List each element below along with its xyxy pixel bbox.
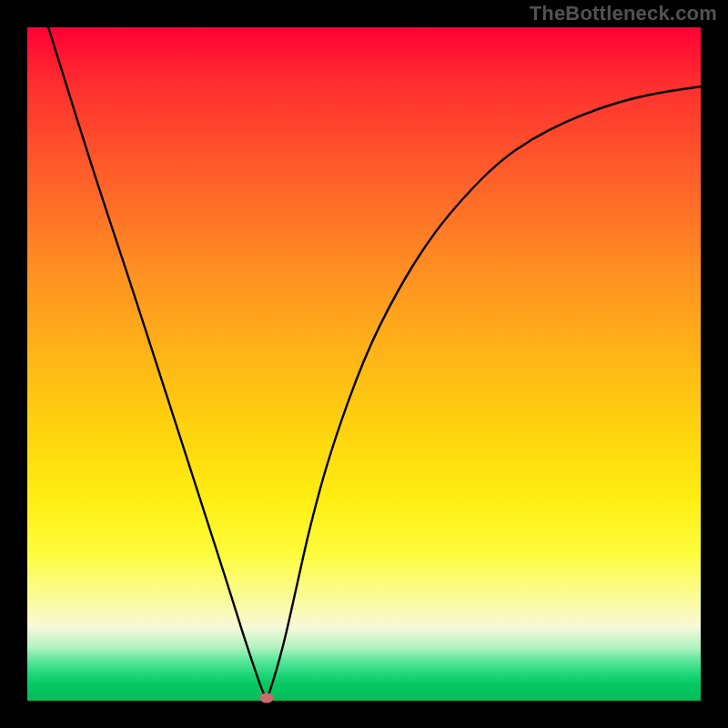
watermark-text: TheBottleneck.com xyxy=(530,2,717,25)
chart-frame: TheBottleneck.com xyxy=(0,0,728,728)
plot-area xyxy=(27,27,701,701)
bottleneck-curve xyxy=(27,27,701,701)
minimum-point-marker xyxy=(259,693,273,703)
